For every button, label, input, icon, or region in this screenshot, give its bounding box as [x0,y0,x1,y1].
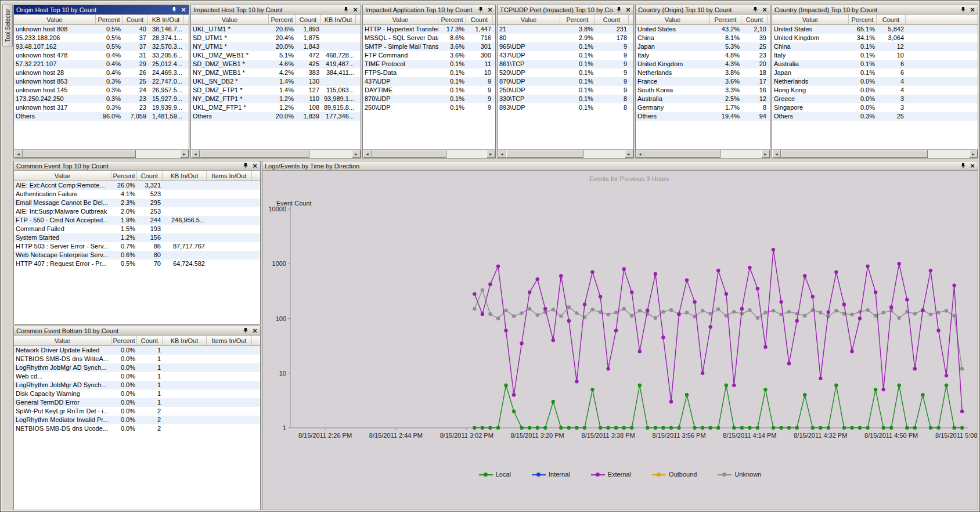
column-header[interactable]: Count [877,15,906,24]
table-row[interactable]: MSSQL - SQL Server Data...8.6%716 [363,34,495,42]
scrollbar-track[interactable] [23,150,180,158]
table-row[interactable]: 57.32.221.1070.4%2925,012.4... [14,60,189,68]
horizontal-scrollbar[interactable]: ◄ ► [191,149,361,158]
table-row[interactable]: 965\UDP0.1%9 [498,42,633,51]
column-header[interactable]: Value [14,15,96,24]
table-row[interactable]: 173.250.242.2500.3%2315,927.9... [14,95,189,103]
table-row[interactable]: 437\UDP0.1%9 [363,77,495,86]
table-row[interactable]: United Kingdom4.3%20 [636,60,770,68]
table-row[interactable]: France3.6%17 [636,77,770,86]
column-header[interactable]: Percent [269,15,296,24]
table-row[interactable]: Italy0.1%10 [772,51,978,60]
scroll-right-button[interactable]: ► [969,150,978,158]
scroll-left-button[interactable]: ◄ [772,150,781,158]
table-row[interactable]: unknown host 280.4%2624,469.3... [14,68,189,77]
scrollbar-thumb[interactable] [23,150,136,158]
horizontal-scrollbar[interactable]: ◄ ► [636,149,770,158]
panel-titlebar[interactable]: Country (Impacted) Top 10 by Count × [772,5,978,15]
pin-icon[interactable] [242,162,250,170]
table-row[interactable]: DAYTIME0.1%9 [363,86,495,95]
table-row[interactable]: United Kingdom34.1%3,064 [772,34,978,42]
close-icon[interactable]: × [968,162,977,170]
table-row[interactable]: Netherlands3.8%18 [636,68,770,77]
close-icon[interactable]: × [968,6,977,14]
column-header[interactable]: Value [191,15,269,24]
table-row[interactable]: NETBIOS SMB-DS dns WriteA...0.0%1 [14,355,260,363]
column-header[interactable]: Count [741,15,768,24]
scroll-right-button[interactable]: ► [625,150,633,158]
legend-item-outbound[interactable]: Outbound [652,471,697,478]
table-row[interactable]: NETBIOS SMB-DS dns Ucode...0.0%2 [14,424,260,433]
table-row[interactable]: SD_DMZ_FTP1 *1.4%127115,063... [191,86,361,95]
column-header[interactable]: Count [137,171,163,181]
horizontal-scrollbar[interactable]: ◄ ► [14,149,189,158]
table-row[interactable]: South Korea3.3%16 [636,86,770,95]
panel-titlebar[interactable]: Impacted Host Top 10 by Count × [191,5,361,15]
scrollbar-thumb[interactable] [506,150,583,158]
table-row[interactable]: NY_UTM1 *20.0%1,843 [191,42,361,51]
table-row[interactable]: 437\UDP0.1%9 [498,51,633,60]
table-row[interactable]: HTTP 503 : Server Error - Serv...0.7%868… [14,242,260,251]
pin-icon[interactable] [342,6,350,14]
scrollbar-thumb[interactable] [781,150,928,158]
pin-icon[interactable] [959,6,967,14]
table-row[interactable]: LogRhythm JobMgr AD Synch...0.0%1 [14,363,260,372]
column-header[interactable]: Count [123,15,148,24]
table-row[interactable]: AIE: Ext:Accnt Comp:Remote...26.0%3,321 [14,181,260,190]
column-header[interactable]: Value [363,15,438,24]
table-row[interactable]: System Started1.2%156 [14,233,260,242]
panel-titlebar[interactable]: Common Event Bottom 10 by Count × [14,326,260,336]
column-header[interactable]: Count [137,336,163,345]
table-row[interactable]: Others20.0%1,839177,346... [191,112,361,121]
pin-icon[interactable] [959,162,967,170]
column-header[interactable]: Value [636,15,710,24]
panel-titlebar[interactable]: Origin Host Top 10 by Count × [14,5,189,15]
column-header[interactable]: Percent [96,15,123,24]
column-header[interactable]: Percent [438,15,466,24]
column-header[interactable]: Percent [710,15,741,24]
table-row[interactable]: China0.1%12 [772,42,978,51]
table-row[interactable]: Australia2.5%12 [636,95,770,103]
table-row[interactable]: Network Driver Update Failed0.0%1 [14,346,260,355]
table-row[interactable]: 250\UDP0.1%9 [363,103,495,112]
column-header[interactable]: Value [498,15,560,24]
panel-titlebar[interactable]: TCP\UDP Port (Impacted) Top 10 by Co... … [498,5,633,15]
table-row[interactable]: Email Message Cannot Be Del...2.3%295 [14,199,260,207]
table-row[interactable]: 802.9%178 [498,34,633,42]
table-row[interactable]: LogRhythm JobMgr AD Synch...0.0%1 [14,381,260,390]
scroll-left-button[interactable]: ◄ [498,150,506,158]
scrollbar-thumb[interactable] [644,150,720,158]
table-row[interactable]: 95.233.188.2060.5%3728,374.1... [14,34,189,42]
close-icon[interactable]: × [486,6,494,14]
table-row[interactable]: UKL_DMZ_FTP1 *1.2%10889,915.8... [191,103,361,112]
table-row[interactable]: UKL_SN_DB2 *1.4%130 [191,77,361,86]
scroll-left-button[interactable]: ◄ [191,150,200,158]
scrollbar-track[interactable] [506,150,625,158]
close-icon[interactable]: × [179,6,188,14]
table-row[interactable]: FTP Command3.6%300 [363,51,495,60]
table-row[interactable]: Others0.3%25 [772,112,978,121]
panel-titlebar[interactable]: Impacted Application Top 10 by Count × [363,5,495,15]
column-header[interactable]: Value [772,15,849,24]
table-row[interactable]: FTPS-Data0.1%10 [363,68,495,77]
column-header[interactable]: Percent [111,336,137,345]
scroll-left-button[interactable]: ◄ [636,150,644,158]
table-row[interactable]: Command Failed1.5%193 [14,225,260,233]
table-row[interactable]: NY_DMZ_WEB1 *4.2%383384,411... [191,68,361,77]
table-row[interactable]: 893\UDP0.1%8 [498,103,633,112]
pin-icon[interactable] [751,6,759,14]
table-row[interactable]: Japan5.3%25 [636,42,770,51]
close-icon[interactable]: × [624,6,632,14]
table-row[interactable]: 861\TCP0.1%9 [498,60,633,68]
scroll-right-button[interactable]: ► [487,150,495,158]
table-row[interactable]: 330\TCP0.1%8 [498,95,633,103]
column-header[interactable]: Count [296,15,321,24]
scrollbar-track[interactable] [372,150,487,158]
table-row[interactable]: SD_DMZ_WEB1 *4.6%425419,487... [191,60,361,68]
scroll-right-button[interactable]: ► [180,150,189,158]
table-row[interactable]: Greece0.0%3 [772,95,978,103]
scrollbar-track[interactable] [644,150,761,158]
table-row[interactable]: Web cd...0.0%1 [14,372,260,381]
legend-item-internal[interactable]: Internal [532,471,570,478]
table-row[interactable]: AIE: Int:Susp:Malware Outbreak2.0%253 [14,207,260,216]
